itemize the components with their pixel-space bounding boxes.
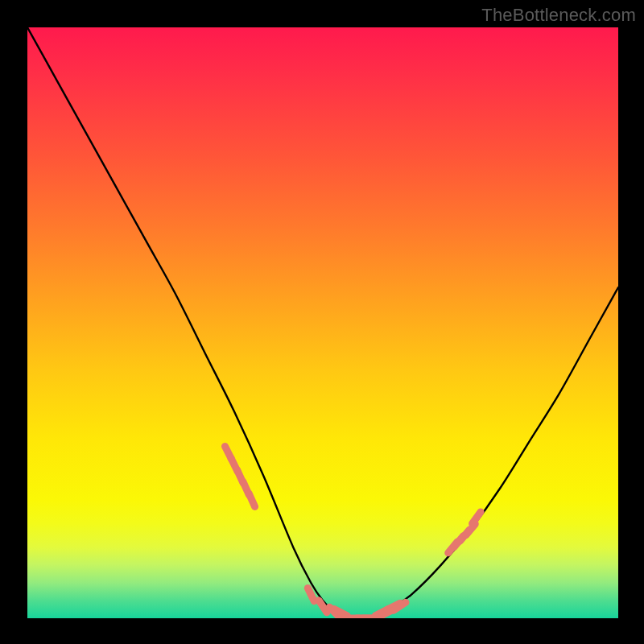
watermark-text: TheBottleneck.com xyxy=(481,5,636,26)
bottleneck-curve xyxy=(27,27,618,618)
curve-marker xyxy=(249,493,254,506)
curve-markers xyxy=(225,446,481,618)
chart-frame: TheBottleneck.com xyxy=(0,0,644,644)
curve-marker xyxy=(473,512,481,524)
curve-marker xyxy=(308,588,314,601)
curve-layer xyxy=(27,27,618,618)
plot-area xyxy=(27,27,618,618)
curve-marker xyxy=(319,601,327,613)
